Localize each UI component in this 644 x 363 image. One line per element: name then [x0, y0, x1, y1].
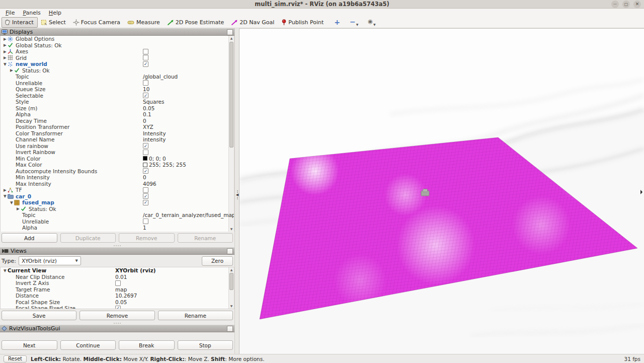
tree-row[interactable]: ▶TF: [1, 187, 234, 193]
tree-row[interactable]: Queue Size10: [1, 86, 234, 93]
tree-row[interactable]: Unreliable: [1, 80, 234, 87]
remove-button[interactable]: Remove: [79, 311, 154, 320]
property-value[interactable]: 10.2697: [115, 293, 137, 299]
expander-closed-icon[interactable]: ▶: [3, 55, 8, 60]
panel-float-button[interactable]: [227, 326, 233, 332]
property-value[interactable]: 0: [143, 174, 146, 180]
tree-row[interactable]: Min Color0; 0; 0: [1, 156, 234, 162]
tree-row[interactable]: ▼fused_map✓: [1, 199, 234, 206]
property-value[interactable]: /global_cloud: [143, 74, 178, 80]
remove-tool-button[interactable]: − ▼: [347, 18, 361, 27]
property-checkbox[interactable]: ✓: [143, 93, 148, 98]
tree-row[interactable]: Size (m)0.05: [1, 105, 234, 112]
publish-point-tool-button[interactable]: Publish Point: [279, 17, 328, 28]
property-value[interactable]: XYOrbit (rviz): [115, 267, 156, 273]
tree-row[interactable]: Topic/car_0_terrain_analyzer/fused_map: [1, 212, 234, 219]
expander-closed-icon[interactable]: ▶: [16, 206, 21, 211]
property-checkbox[interactable]: ✓: [143, 143, 148, 149]
reset-button[interactable]: Reset: [4, 355, 27, 362]
property-checkbox[interactable]: [143, 80, 148, 86]
tree-row[interactable]: Decay Time0: [1, 118, 234, 124]
property-checkbox[interactable]: [143, 55, 148, 60]
property-value[interactable]: Intensity: [143, 130, 166, 136]
property-checkbox[interactable]: ✓: [143, 168, 148, 174]
expander-closed-icon[interactable]: ▶: [3, 188, 8, 192]
tree-row[interactable]: Color TransformerIntensity: [1, 130, 234, 137]
next-button[interactable]: Next: [2, 340, 57, 350]
rename-button[interactable]: Rename: [158, 311, 233, 320]
views-panel-header[interactable]: Views: [0, 247, 234, 255]
tree-row[interactable]: Autocompute Intensity Bounds✓: [1, 168, 234, 175]
property-checkbox[interactable]: ✓: [143, 193, 148, 199]
expander-closed-icon[interactable]: ▶: [3, 49, 8, 54]
close-icon[interactable]: ✕: [633, 1, 641, 8]
property-checkbox[interactable]: [143, 219, 148, 224]
property-value[interactable]: 255; 255; 255: [149, 162, 186, 168]
tree-row[interactable]: Target Framemap: [1, 286, 234, 293]
menu-panels[interactable]: Panels: [19, 10, 44, 16]
tree-row[interactable]: ▶Global Options: [1, 36, 234, 42]
horizontal-splitter[interactable]: [0, 244, 234, 247]
tree-row[interactable]: ▶Grid: [1, 55, 234, 61]
expander-open-icon[interactable]: ▼: [9, 200, 14, 205]
property-checkbox[interactable]: [115, 280, 121, 286]
expander-open-icon[interactable]: ▼: [3, 268, 8, 273]
tree-row[interactable]: Topic/global_cloud: [1, 74, 234, 80]
splitter-grip[interactable]: ◀: [235, 188, 239, 201]
property-checkbox[interactable]: [143, 49, 148, 54]
tree-row[interactable]: ▼Current ViewXYOrbit (rviz): [1, 267, 234, 274]
tree-row[interactable]: Position TransformerXYZ: [1, 124, 234, 130]
expander-closed-icon[interactable]: ▶: [9, 68, 14, 72]
tree-row[interactable]: Focal Shape Fixed Size✓: [1, 305, 234, 309]
expander-closed-icon[interactable]: ▶: [3, 43, 8, 47]
tree-row[interactable]: ▶Global Status: Ok: [1, 42, 234, 49]
measure-tool-button[interactable]: Measure: [125, 17, 164, 28]
tree-row[interactable]: ▶Status: Ok: [1, 67, 234, 74]
property-value[interactable]: map: [115, 286, 127, 293]
property-value[interactable]: 0.1: [143, 111, 151, 117]
add-button[interactable]: Add: [2, 233, 57, 243]
property-value[interactable]: 0.05: [115, 299, 127, 305]
property-value[interactable]: Squares: [143, 99, 164, 105]
tree-row[interactable]: ▼new_world✓: [1, 61, 234, 67]
view-type-select[interactable]: XYOrbit (rviz) ▼: [19, 256, 81, 265]
tool-properties-button[interactable]: ◉ ▼: [365, 18, 378, 27]
tree-row[interactable]: Unreliable: [1, 219, 234, 225]
expander-closed-icon[interactable]: ▶: [3, 37, 8, 41]
maximize-icon[interactable]: ▢: [622, 1, 630, 8]
property-checkbox[interactable]: ✓: [143, 200, 148, 205]
zero-button[interactable]: Zero: [202, 256, 233, 266]
tree-row[interactable]: Distance10.2697: [1, 293, 234, 299]
menu-help[interactable]: Help: [45, 10, 65, 16]
continue-button[interactable]: Continue: [60, 340, 116, 350]
tree-row[interactable]: Selectable✓: [1, 93, 234, 99]
property-checkbox[interactable]: ✓: [143, 61, 148, 67]
property-value[interactable]: 0.01: [115, 274, 127, 280]
render-viewport[interactable]: [239, 28, 644, 354]
interact-tool-button[interactable]: Interact: [2, 17, 38, 28]
property-value[interactable]: 0.05: [143, 105, 154, 111]
property-value[interactable]: 0; 0; 0: [149, 156, 166, 162]
tree-row[interactable]: ▶Status: Ok: [1, 206, 234, 212]
property-value[interactable]: 1: [143, 225, 146, 231]
panel-float-button[interactable]: [227, 248, 233, 254]
minimize-icon[interactable]: —: [611, 1, 619, 8]
tree-row[interactable]: Alpha0.1: [1, 111, 234, 118]
add-tool-button[interactable]: +: [331, 19, 343, 26]
titlebar[interactable]: multi_sim.rviz* - RViz (on a19b6a5743a5)…: [0, 0, 644, 9]
property-value[interactable]: 10: [143, 86, 149, 92]
tree-row[interactable]: Focal Shape Size0.05: [1, 299, 234, 306]
property-value[interactable]: 0: [143, 118, 146, 124]
tree-row[interactable]: Min Intensity0: [1, 174, 234, 181]
pose-estimate-tool-button[interactable]: 2D Pose Estimate: [165, 17, 228, 28]
tree-row[interactable]: Use rainbow✓: [1, 143, 234, 150]
property-checkbox[interactable]: ✓: [115, 306, 121, 309]
property-checkbox[interactable]: [143, 187, 148, 193]
displays-panel-header[interactable]: Displays: [0, 28, 234, 36]
tree-row[interactable]: Max Color255; 255; 255: [1, 162, 234, 168]
menu-file[interactable]: File: [2, 10, 19, 16]
vertical-splitter[interactable]: ◀: [234, 28, 239, 354]
tree-row[interactable]: ▶Axes: [1, 48, 234, 55]
tree-row[interactable]: Max Intensity4096: [1, 181, 234, 187]
property-value[interactable]: XYZ: [143, 124, 153, 130]
